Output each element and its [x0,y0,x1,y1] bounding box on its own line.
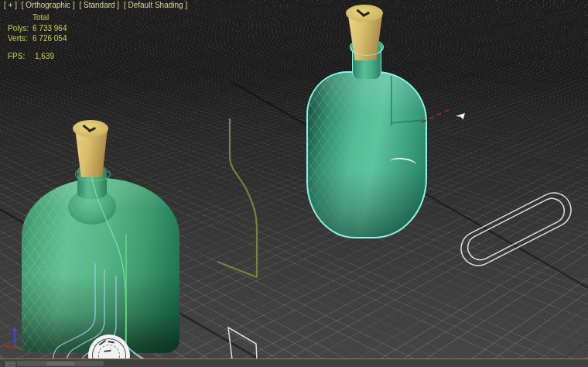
cyan-spline-shapes[interactable] [43,228,228,367]
track-bar[interactable] [0,358,588,367]
bottle-left-mouth-rim [75,167,111,181]
axis-y-icon [15,345,24,351]
stats-verts-value: 6 726 054 [32,34,67,43]
time-slider-thumb[interactable] [46,362,74,365]
stats-fps-label: FPS: [8,52,25,60]
viewport-renderer-menu[interactable]: [ Standard ] [79,1,119,9]
viewport-pov-menu[interactable]: [ Orthographic ] [22,1,75,9]
stats-total-label: Total [32,13,49,22]
track-bar-button[interactable] [5,362,15,367]
bottle-right-mouth-rim [351,42,382,56]
trapezoid-path[interactable] [228,328,257,359]
viewport-label: [ + ] [ Orthographic ] [ Standard ] [ De… [4,1,190,9]
stats-fps-value: 1,639 [35,52,54,60]
axis-z-icon [14,328,15,346]
stadium-outer[interactable] [455,187,576,271]
stats-verts-label: Verts: [8,34,28,43]
viewport-shading-menu[interactable]: [ Default Shading ] [124,1,187,9]
viewport-3d[interactable]: [ + ] [ Orthographic ] [ Standard ] [ De… [0,0,588,367]
bottle-right-crease [391,76,392,125]
bottle-right-wireframe [308,73,424,235]
world-origin-axis [3,325,36,358]
stats-polys-label: Polys: [8,24,29,33]
stadium-outline-shape[interactable] [458,194,574,265]
time-slider[interactable] [17,361,104,366]
viewport-general-menu[interactable]: [ + ] [4,1,17,9]
stats-polys-value: 6 733 964 [32,24,67,33]
